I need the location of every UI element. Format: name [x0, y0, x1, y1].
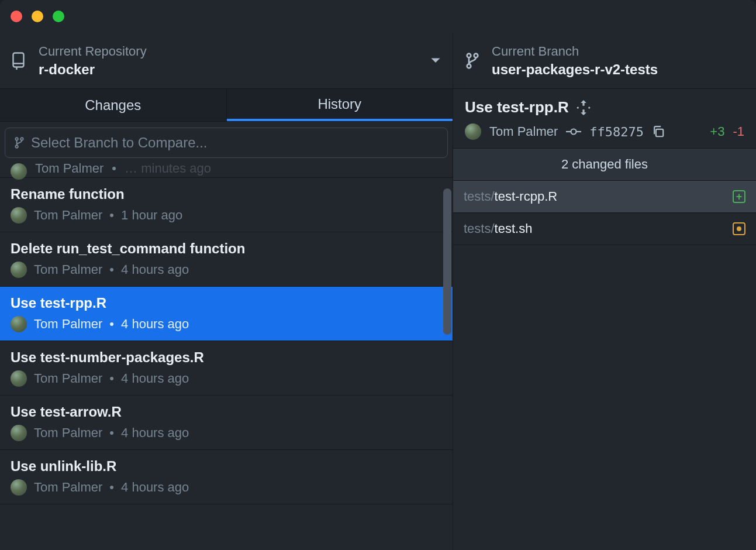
avatar: [11, 207, 27, 224]
maximize-window-button[interactable]: [53, 11, 64, 22]
svg-rect-0: [13, 53, 24, 67]
deletions-count: -1: [733, 124, 744, 139]
changed-file-row[interactable]: tests/test-rcpp.R +: [453, 181, 756, 213]
commit-author: Tom Palmer: [34, 208, 102, 223]
separator: •: [109, 480, 114, 495]
commit-title: Delete run_test_command function: [11, 240, 442, 257]
minimize-window-button[interactable]: [32, 11, 43, 22]
commit-author: Tom Palmer: [34, 480, 102, 495]
svg-rect-14: [656, 129, 663, 136]
separator: •: [109, 371, 114, 386]
commit-list-item[interactable]: Use test-arrow.R Tom Palmer • 4 hours ag…: [0, 396, 453, 450]
branch-label: Current Branch: [492, 44, 744, 59]
commit-time: 4 hours ago: [121, 262, 189, 277]
svg-point-3: [467, 53, 471, 57]
scrollbar-thumb[interactable]: [443, 188, 451, 335]
svg-point-10: [588, 106, 590, 108]
repo-name: r-docker: [39, 61, 424, 78]
commit-list-item-partial[interactable]: Tom Palmer • … minutes ago: [0, 163, 453, 178]
commit-title: Use test-rpp.R: [11, 295, 442, 311]
file-modified-icon: [733, 222, 745, 235]
changed-files-bar: 2 changed files: [453, 148, 756, 181]
separator: •: [112, 163, 116, 176]
chevron-down-icon: [430, 57, 441, 64]
svg-point-4: [467, 64, 471, 68]
avatar: [11, 479, 27, 496]
file-added-icon: +: [733, 190, 745, 203]
avatar: [11, 370, 27, 387]
commit-list-item[interactable]: Use unlink-lib.R Tom Palmer • 4 hours ag…: [0, 450, 453, 504]
commit-author: Tom Palmer: [34, 371, 102, 386]
commit-time: 1 hour ago: [121, 208, 182, 223]
svg-point-8: [20, 138, 23, 140]
commit-list[interactable]: Tom Palmer • … minutes ago Rename functi…: [0, 163, 453, 550]
commit-time: 4 hours ago: [121, 425, 189, 441]
separator: •: [109, 262, 114, 277]
svg-point-7: [15, 145, 18, 147]
traffic-lights: [11, 11, 64, 22]
commit-author: Tom Palmer: [34, 262, 102, 277]
git-branch-icon: [465, 52, 481, 70]
branch-name: user-packages-r-v2-tests: [492, 61, 744, 78]
file-path: tests/test-rcpp.R: [464, 189, 557, 204]
git-branch-icon: [13, 136, 25, 149]
changed-file-row[interactable]: tests/test.sh: [453, 213, 756, 245]
commit-title: Use test-arrow.R: [11, 404, 442, 420]
commit-title: Rename function: [11, 186, 442, 202]
commit-time: 4 hours ago: [121, 480, 189, 495]
avatar: [11, 163, 27, 180]
svg-point-6: [15, 138, 18, 140]
expand-icon[interactable]: [576, 100, 591, 115]
avatar: [11, 262, 27, 278]
compare-placeholder: Select Branch to Compare...: [31, 135, 207, 151]
commit-author: Tom Palmer: [34, 317, 102, 332]
commit-title: Use test-number-packages.R: [11, 349, 442, 366]
additions-count: +3: [710, 124, 724, 139]
header-bar: Current Repository r-docker Current Bran…: [0, 33, 756, 89]
commit-author: Tom Palmer: [35, 163, 103, 176]
commit-node-icon: [566, 127, 581, 136]
avatar: [11, 316, 27, 332]
tab-changes[interactable]: Changes: [0, 89, 227, 121]
separator: •: [109, 425, 114, 441]
separator: •: [109, 208, 114, 223]
avatar: [465, 123, 481, 140]
window-titlebar: [0, 0, 756, 33]
svg-point-12: [571, 129, 577, 135]
left-pane: Changes History Select Branch to Compare…: [0, 89, 453, 550]
commit-title: Use unlink-lib.R: [11, 458, 442, 475]
copy-sha-button[interactable]: [652, 125, 665, 138]
commit-list-item[interactable]: Use test-number-packages.R Tom Palmer • …: [0, 341, 453, 396]
commit-sha: ff58275: [589, 125, 644, 139]
svg-point-9: [577, 106, 578, 108]
repo-icon: [12, 52, 28, 70]
commit-list-item[interactable]: Rename function Tom Palmer • 1 hour ago: [0, 178, 453, 232]
changed-files-list: tests/test-rcpp.R + tests/test.sh: [453, 181, 756, 245]
commit-detail-header: Use test-rpp.R Tom Palmer ff58275: [453, 89, 756, 148]
svg-point-5: [474, 53, 478, 57]
compare-branch-selector[interactable]: Select Branch to Compare...: [5, 128, 448, 158]
repository-dropdown[interactable]: Current Repository r-docker: [0, 33, 453, 88]
repo-label: Current Repository: [39, 44, 424, 59]
commit-detail-title: Use test-rpp.R: [465, 98, 569, 116]
main-area: Changes History Select Branch to Compare…: [0, 89, 756, 550]
commit-list-item[interactable]: Delete run_test_command function Tom Pal…: [0, 232, 453, 287]
file-path: tests/test.sh: [464, 221, 532, 236]
branch-dropdown[interactable]: Current Branch user-packages-r-v2-tests: [453, 33, 756, 88]
commit-time: 4 hours ago: [121, 371, 189, 386]
commit-detail-author: Tom Palmer: [489, 124, 558, 139]
tab-history[interactable]: History: [227, 89, 453, 121]
tabs: Changes History: [0, 89, 453, 122]
commit-time: … minutes ago: [125, 163, 211, 176]
commit-list-item[interactable]: Use test-rpp.R Tom Palmer • 4 hours ago: [0, 287, 453, 341]
commit-time: 4 hours ago: [121, 317, 189, 332]
commit-author: Tom Palmer: [34, 425, 102, 441]
avatar: [11, 425, 27, 441]
separator: •: [109, 317, 114, 332]
close-window-button[interactable]: [11, 11, 22, 22]
commit-detail-pane: Use test-rpp.R Tom Palmer ff58275: [453, 89, 756, 550]
